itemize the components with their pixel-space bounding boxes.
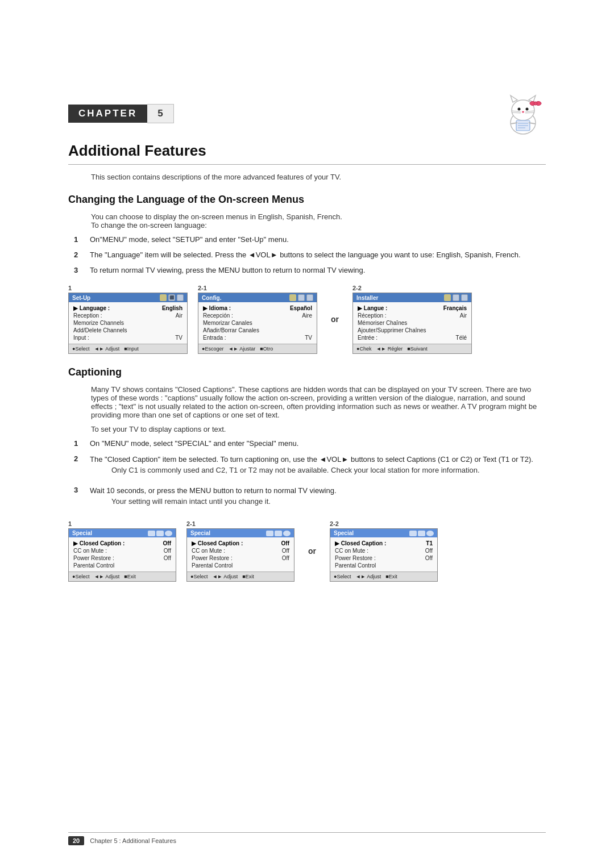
diagram-row: Réception :Air bbox=[358, 312, 467, 319]
diagram-titlebar-setup: Set-Up ⬛ bbox=[69, 293, 187, 302]
page-footer: 20 Chapter 5 : Additional Features bbox=[68, 832, 546, 845]
diagram-row: Ajouter/Supprimer Chaînes bbox=[358, 327, 467, 334]
diagram-row: Power Restore :Off bbox=[73, 554, 171, 562]
diagram-content-installer: ▶ Langue :Français Réception :Air Mémori… bbox=[353, 302, 471, 344]
svg-point-8 bbox=[526, 108, 529, 111]
diagram-row: ▶ Langue :Français bbox=[358, 304, 467, 312]
diagram-setup: 1 Set-Up ⬛ ▶ Language :English Reception… bbox=[68, 285, 188, 354]
diagram-content-setup: ▶ Language :English Reception :Air Memor… bbox=[69, 302, 187, 344]
diagram-special-1: 1 Special ▶ Closed Caption :Off CC on Mu… bbox=[68, 520, 176, 582]
diagram-content-special1: ▶ Closed Caption :Off CC on Mute :Off Po… bbox=[69, 537, 176, 571]
diagram-row: ▶ Idioma :Español bbox=[203, 304, 312, 312]
step-num: 3 bbox=[74, 486, 84, 510]
icon-y2 bbox=[289, 294, 296, 301]
diagram-label-22: 2-2 bbox=[352, 285, 362, 291]
diagram-content-config: ▶ Idioma :Español Recepción :Aire Memori… bbox=[198, 302, 317, 344]
footer-adjust-cap22: ◄► Adjust bbox=[355, 574, 381, 579]
diagram-config: 2-1 Config. ▶ Idioma :Español Recepción … bbox=[198, 285, 317, 354]
step-num: 1 bbox=[74, 439, 84, 448]
icon-c2 bbox=[306, 294, 313, 301]
special-titlebar-21: Special bbox=[187, 529, 294, 537]
diagram-row: Mémoriser Chaînes bbox=[358, 319, 467, 327]
diagram-icons bbox=[289, 294, 313, 301]
section-language-intro: You can choose to display the on-screen … bbox=[91, 212, 546, 229]
footer-select-cap: ●Select bbox=[72, 574, 89, 579]
icon-ti8 bbox=[418, 531, 425, 536]
special-title-21: Special bbox=[190, 530, 210, 536]
diagram-label-21: 2-1 bbox=[198, 285, 207, 291]
step-text: The "Closed Caption" item be selected. T… bbox=[90, 455, 533, 464]
special-icons-21 bbox=[266, 531, 291, 536]
captioning-body: Many TV shows contains "Closed Captions"… bbox=[91, 385, 546, 419]
diagram-row: Parental Control bbox=[73, 562, 171, 569]
step-text: The "Language" item will be selected. Pr… bbox=[90, 251, 546, 259]
step-text: On "MENU" mode, select "SPECIAL" and ent… bbox=[90, 439, 546, 448]
step-lang-3: 3 To return normal TV viewing, press the… bbox=[74, 266, 546, 274]
diagram-title-config: Config. bbox=[202, 295, 221, 301]
diagram-titlebar-installer: Installer bbox=[353, 293, 471, 302]
special-title-1: Special bbox=[72, 530, 92, 536]
footer-select-cap22: ●Select bbox=[334, 574, 351, 579]
intro-text: This section contains descriptions of th… bbox=[91, 173, 546, 181]
diagram-row: ▶ Closed Caption :Off bbox=[73, 540, 171, 547]
footer-exit-cap: ■Exit bbox=[124, 574, 135, 579]
svg-point-6 bbox=[534, 102, 537, 105]
step-lang-1: 1 On"MENU" mode, select "SETUP" and ente… bbox=[74, 235, 546, 244]
diagram-footer-installer: ●Chek ◄► Régler ■Suivant bbox=[353, 344, 471, 353]
diagram-icons: ⬛ bbox=[160, 294, 184, 301]
svg-point-9 bbox=[522, 111, 524, 113]
footer-suivant: ■Suivant bbox=[407, 346, 427, 352]
section-language-title: Changing the Language of the On-screen M… bbox=[68, 194, 546, 206]
svg-point-7 bbox=[518, 108, 521, 111]
diagram-row: Añadir/Borrar Canales bbox=[203, 327, 312, 334]
step-text: To return normal TV viewing, press the M… bbox=[90, 266, 546, 274]
step-cap-3: 3 Wait 10 seconds, or press the MENU but… bbox=[74, 486, 546, 510]
special-titlebar-22: Special bbox=[330, 529, 437, 537]
diagram-icons bbox=[444, 294, 468, 301]
icon-y bbox=[160, 294, 167, 301]
diagram-content-special22: ▶ Closed Caption :T1 CC on Mute :Off Pow… bbox=[330, 537, 437, 571]
footer-text: Chapter 5 : Additional Features bbox=[90, 837, 176, 844]
captioning-diagrams-row: 1 Special ▶ Closed Caption :Off CC on Mu… bbox=[68, 520, 546, 582]
step-text: On"MENU" mode, select "SETUP" and enter … bbox=[90, 235, 546, 244]
footer-adjust: ◄► Adjust bbox=[94, 346, 119, 352]
footer-otro: ■Otro bbox=[260, 346, 273, 352]
icon-ti7 bbox=[409, 531, 417, 536]
icon-c bbox=[177, 294, 184, 301]
diagram-label-cap1: 1 bbox=[68, 520, 72, 527]
diagram-box-special21: Special ▶ Closed Caption :Off CC on Mute… bbox=[186, 528, 294, 582]
diagram-label-cap21: 2-1 bbox=[186, 520, 196, 527]
diagram-box-installer: Installer ▶ Langue :Français Réception :… bbox=[352, 293, 472, 354]
diagram-row: Reception :Air bbox=[73, 312, 182, 319]
footer-escoger: ●Escoger bbox=[202, 346, 223, 352]
diagram-row: ▶ Closed Caption :Off bbox=[192, 540, 289, 547]
diagram-box-special1: Special ▶ Closed Caption :Off CC on Mute… bbox=[68, 528, 176, 582]
diagram-box-special22: Special ▶ Closed Caption :T1 CC on Mute … bbox=[330, 528, 438, 582]
footer-select-cap21: ●Select bbox=[190, 574, 208, 579]
diagram-titlebar-config: Config. bbox=[198, 293, 317, 302]
step-subnote: Your setting will remain intact until yo… bbox=[111, 497, 546, 506]
footer-exit-cap21: ■Exit bbox=[242, 574, 254, 579]
step-cap-1: 1 On "MENU" mode, select "SPECIAL" and e… bbox=[74, 439, 546, 448]
icon-ti2 bbox=[156, 531, 164, 536]
icon-b3 bbox=[453, 294, 459, 301]
diagram-row: Input :TV bbox=[73, 334, 182, 341]
diagram-footer-special21: ●Select ◄► Adjust ■Exit bbox=[187, 571, 294, 581]
diagram-special-21: 2-1 Special ▶ Closed Caption :Off CC on … bbox=[186, 520, 294, 582]
svg-marker-2 bbox=[511, 95, 517, 102]
icon-c3 bbox=[461, 294, 468, 301]
chapter-number: 5 bbox=[147, 104, 173, 123]
special-title-22: Special bbox=[334, 530, 354, 536]
footer-chek: ●Chek bbox=[356, 346, 371, 352]
page: CHAPTER 5 bbox=[0, 0, 614, 868]
diagram-footer-config: ●Escoger ◄► Ajustar ■Otro bbox=[198, 344, 317, 353]
diagram-label-1: 1 bbox=[68, 285, 72, 291]
icon-ti9 bbox=[426, 531, 434, 536]
diagram-row: Memorize Channels bbox=[73, 319, 182, 327]
diagram-row: Recepción :Aire bbox=[203, 312, 312, 319]
diagram-box-config: Config. ▶ Idioma :Español Recepción :Air… bbox=[198, 293, 317, 354]
diagram-row: ▶ Language :English bbox=[73, 304, 182, 312]
footer-page-num: 20 bbox=[68, 836, 84, 845]
or-label-cap: or bbox=[305, 546, 320, 556]
diagram-content-special21: ▶ Closed Caption :Off CC on Mute :Off Po… bbox=[187, 537, 294, 571]
